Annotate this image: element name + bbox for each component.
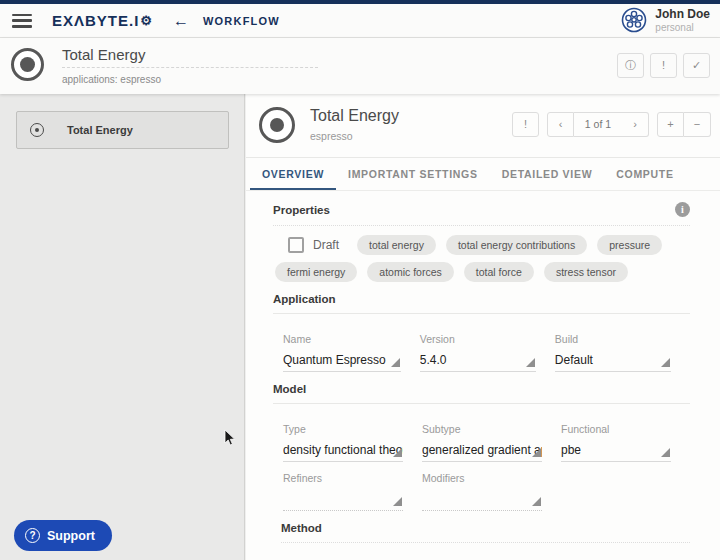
dropdown-triangle-icon bbox=[661, 358, 670, 367]
unit-radio-icon bbox=[30, 123, 44, 137]
user-name: John Doe bbox=[655, 7, 710, 21]
unit-subtitle: espresso bbox=[310, 130, 353, 142]
application-build-field: Build Default bbox=[555, 323, 671, 372]
field-label: Build bbox=[555, 333, 671, 345]
unit-list-item-label: Total Energy bbox=[67, 124, 133, 136]
draft-checkbox[interactable] bbox=[288, 237, 304, 253]
model-functional-field: Functional pbe bbox=[561, 413, 671, 462]
property-chip[interactable]: total energy contributions bbox=[446, 235, 587, 255]
field-label: Type bbox=[283, 423, 403, 435]
unit-header: Total Energy espresso ! ‹ 1 of 1 › + − bbox=[246, 94, 720, 158]
property-chip[interactable]: stress tensor bbox=[544, 262, 628, 282]
workflow-units-sidebar: Total Energy ? Support bbox=[0, 94, 245, 560]
add-unit-button[interactable]: + bbox=[657, 112, 684, 137]
dropdown-triangle-icon bbox=[532, 497, 541, 506]
property-chip[interactable]: fermi energy bbox=[275, 262, 357, 282]
model-refiners-select[interactable] bbox=[283, 484, 403, 511]
workflow-actions: ⓘ ! ✓ bbox=[617, 53, 710, 78]
pager-status: 1 of 1 bbox=[574, 112, 622, 137]
support-label: Support bbox=[47, 529, 95, 543]
model-heading: Model bbox=[273, 383, 690, 395]
dropdown-triangle-icon bbox=[532, 448, 541, 457]
back-arrow-icon[interactable]: ← bbox=[173, 12, 189, 30]
dropdown-triangle-icon bbox=[393, 497, 402, 506]
application-heading: Application bbox=[273, 293, 690, 305]
workflow-subtitle: applications: espresso bbox=[62, 74, 161, 85]
divider bbox=[273, 313, 690, 314]
unit-icon bbox=[259, 107, 295, 143]
gear-icon: ⚙ bbox=[140, 13, 153, 28]
model-subtype-field: Subtype generalized gradient approximati… bbox=[422, 413, 542, 462]
application-name-select[interactable]: Quantum Espresso bbox=[283, 345, 401, 372]
workflow-title-field[interactable]: Total Energy bbox=[62, 46, 318, 68]
dropdown-triangle-icon bbox=[661, 448, 670, 457]
application-name-field: Name Quantum Espresso bbox=[283, 323, 401, 372]
divider bbox=[273, 403, 690, 404]
unit-list-item-total-energy[interactable]: Total Energy bbox=[16, 111, 229, 149]
application-version-field: Version 5.4.0 bbox=[420, 323, 536, 372]
unit-title: Total Energy bbox=[310, 107, 399, 125]
alert-button[interactable]: ! bbox=[650, 53, 677, 78]
model-type-field: Type density functional theory bbox=[283, 413, 403, 462]
tab-detailed-view[interactable]: DETAILED VIEW bbox=[490, 158, 605, 190]
support-button[interactable]: ? Support bbox=[14, 520, 112, 551]
logo-text: EXΛBYTE.I bbox=[52, 12, 139, 29]
field-label: Name bbox=[283, 333, 401, 345]
properties-chips: Draft total energy total energy contribu… bbox=[273, 235, 690, 282]
field-label: Version bbox=[420, 333, 536, 345]
pager-next-button[interactable]: › bbox=[622, 112, 649, 137]
unit-detail-panel: Total Energy espresso ! ‹ 1 of 1 › + − O… bbox=[246, 94, 720, 560]
draft-control: Draft bbox=[275, 237, 339, 253]
field-label: Refiners bbox=[283, 472, 403, 484]
user-info: John Doe personal bbox=[655, 7, 710, 33]
application-version-select[interactable]: 5.4.0 bbox=[420, 345, 536, 372]
method-heading: Method bbox=[281, 522, 690, 534]
info-icon[interactable]: i bbox=[675, 202, 690, 217]
pager-add-remove-group: + − bbox=[657, 112, 711, 137]
model-refiners-field: Refiners bbox=[283, 462, 403, 511]
menu-icon[interactable] bbox=[12, 14, 32, 28]
model-functional-select[interactable]: pbe bbox=[561, 435, 671, 462]
application-section: Application Name Quantum Espresso Versio… bbox=[273, 293, 690, 372]
property-chip[interactable]: atomic forces bbox=[367, 262, 453, 282]
overview-tab-content: Properties i Draft total energy total en… bbox=[246, 192, 720, 560]
draft-label: Draft bbox=[313, 238, 339, 252]
pager-prev-button[interactable]: ‹ bbox=[547, 112, 574, 137]
model-modifiers-field: Modifiers bbox=[422, 462, 542, 511]
pager-alert-button[interactable]: ! bbox=[512, 112, 539, 137]
workflow-icon bbox=[11, 48, 44, 81]
breadcrumb[interactable]: WORKFLOW bbox=[203, 15, 280, 27]
model-subtype-select[interactable]: generalized gradient approximation bbox=[422, 435, 542, 462]
unit-tabs: OVERVIEW IMPORTANT SETTINGS DETAILED VIE… bbox=[246, 158, 720, 191]
model-type-select[interactable]: density functional theory bbox=[283, 435, 403, 462]
field-label: Subtype bbox=[422, 423, 542, 435]
pager-nav-group: ‹ 1 of 1 › bbox=[547, 112, 649, 137]
avatar[interactable] bbox=[621, 7, 647, 33]
field-label: Modifiers bbox=[422, 472, 542, 484]
property-chip[interactable]: total force bbox=[464, 262, 534, 282]
tab-important-settings[interactable]: IMPORTANT SETTINGS bbox=[336, 158, 490, 190]
question-icon: ? bbox=[25, 528, 40, 543]
tab-compute[interactable]: COMPUTE bbox=[604, 158, 685, 190]
property-chip[interactable]: total energy bbox=[357, 235, 436, 255]
remove-unit-button[interactable]: − bbox=[684, 112, 711, 137]
properties-heading: Properties bbox=[273, 204, 330, 216]
tab-overview[interactable]: OVERVIEW bbox=[250, 158, 336, 190]
divider bbox=[273, 225, 690, 226]
property-chip[interactable]: pressure bbox=[597, 235, 662, 255]
field-label: Functional bbox=[561, 423, 671, 435]
method-section: Method Type pseudopotential Subtype us bbox=[281, 522, 690, 560]
application-build-select[interactable]: Default bbox=[555, 345, 671, 372]
user-menu[interactable]: John Doe personal bbox=[621, 7, 710, 33]
divider bbox=[281, 542, 690, 543]
navbar: EXΛBYTE.I⚙ ← WORKFLOW John Doe personal bbox=[0, 4, 720, 38]
exabyte-logo[interactable]: EXΛBYTE.I⚙ bbox=[52, 12, 153, 29]
unit-pager: ! ‹ 1 of 1 › + − bbox=[512, 112, 711, 137]
app-window: EXΛBYTE.I⚙ ← WORKFLOW John Doe personal bbox=[0, 0, 720, 560]
save-check-button[interactable]: ✓ bbox=[683, 53, 710, 78]
dropdown-triangle-icon bbox=[391, 358, 400, 367]
model-section: Model Type density functional theory Sub… bbox=[273, 383, 690, 511]
history-info-button[interactable]: ⓘ bbox=[617, 53, 644, 78]
dropdown-triangle-icon bbox=[526, 358, 535, 367]
model-modifiers-select[interactable] bbox=[422, 484, 542, 511]
